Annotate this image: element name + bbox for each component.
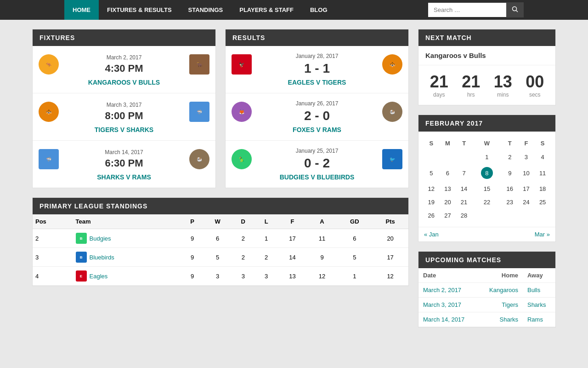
calendar-next[interactable]: Mar »: [535, 231, 550, 238]
standings-l: 1: [255, 229, 277, 248]
calendar-day[interactable]: 12: [423, 182, 440, 196]
calendar-day[interactable]: 6: [440, 164, 456, 182]
results-header: RESULTS: [226, 29, 408, 46]
fixture-teams: 🐯 March 3, 2017 8:00 PM 🦈: [37, 100, 211, 123]
upcoming-date-link[interactable]: March 2, 2017: [423, 287, 461, 293]
calendar-day[interactable]: 15: [472, 182, 502, 196]
nav-blog[interactable]: BLOG: [302, 0, 336, 20]
calendar-day[interactable]: 8: [472, 164, 502, 182]
countdown: 21 days 21 hrs 13 mins 00 secs: [418, 65, 555, 105]
fixture-teams: 🦘 March 2, 2017 4:30 PM 🐂: [37, 53, 211, 76]
upcoming-date-link[interactable]: March 14, 2017: [423, 316, 464, 323]
calendar-day[interactable]: 17: [518, 182, 535, 196]
calendar-day[interactable]: 9: [502, 164, 518, 182]
standings-table: Pos Team P W D L F A GD Pts 2: [33, 214, 408, 286]
team-link[interactable]: Budgies: [90, 235, 111, 242]
upcoming-away: Sharks: [523, 298, 555, 312]
standings-pts: 17: [372, 248, 408, 267]
upcoming-away-link[interactable]: Bulls: [527, 287, 540, 293]
nav-home[interactable]: HOME: [64, 0, 99, 20]
fixture-name[interactable]: SHARKS V RAMS: [97, 173, 151, 181]
calendar-day: [440, 150, 456, 164]
standings-team: B Budgies: [73, 229, 181, 248]
standings-f: 13: [277, 267, 307, 286]
result-name[interactable]: BUDGIES V BLUEBIRDS: [280, 173, 355, 181]
upcoming-home-link[interactable]: Tigers: [502, 301, 518, 308]
upcoming-home: Sharks: [478, 312, 523, 327]
calendar-day[interactable]: 26: [423, 209, 440, 222]
upcoming-home-link[interactable]: Kangaroos: [489, 287, 518, 293]
calendar-day[interactable]: 10: [518, 164, 535, 182]
search-button[interactable]: [506, 2, 524, 17]
upcoming-col-home: Home: [478, 268, 523, 283]
upcoming-home-link[interactable]: Sharks: [500, 316, 518, 323]
calendar-day: [502, 209, 518, 222]
svg-point-0: [513, 7, 517, 11]
upcoming-away-link[interactable]: Sharks: [527, 301, 546, 308]
calendar-day[interactable]: 1: [472, 150, 502, 164]
search-input[interactable]: [428, 3, 506, 17]
upcoming-date: March 14, 2017: [418, 312, 478, 327]
calendar-week: 567891011: [423, 164, 551, 182]
calendar-day[interactable]: 27: [440, 209, 456, 222]
calendar-day[interactable]: 16: [502, 182, 518, 196]
standings-w: 5: [204, 248, 231, 267]
countdown-days-label: days: [430, 92, 448, 98]
calendar-day[interactable]: 28: [456, 209, 472, 222]
calendar-day: [423, 150, 440, 164]
calendar-day[interactable]: 20: [440, 196, 456, 209]
calendar-day[interactable]: 23: [502, 196, 518, 209]
home-logo: 🦈: [37, 148, 60, 171]
calendar-day[interactable]: 18: [534, 182, 551, 196]
fixture-name[interactable]: TIGERS V SHARKS: [95, 126, 153, 133]
calendar-day[interactable]: 13: [440, 182, 456, 196]
nav-players[interactable]: PLAYERS & STAFF: [231, 0, 302, 20]
result-score: 0 - 2: [258, 156, 376, 171]
calendar-day[interactable]: 2: [502, 150, 518, 164]
calendar-day[interactable]: 25: [534, 196, 551, 209]
main-nav: HOME FIXTURES & RESULTS STANDINGS PLAYER…: [0, 0, 588, 20]
upcoming-away-link[interactable]: Rams: [527, 316, 543, 323]
calendar-day[interactable]: 19: [423, 196, 440, 209]
col-gd: GD: [337, 214, 372, 229]
standings-d: 3: [231, 267, 255, 286]
team-mini-logo: E: [76, 270, 87, 282]
standings-gd: 1: [337, 267, 372, 286]
away-logo: 🐦: [381, 148, 404, 171]
calendar-day[interactable]: 7: [456, 164, 472, 182]
team-link[interactable]: Bluebirds: [90, 254, 114, 261]
calendar-day[interactable]: 14: [456, 182, 472, 196]
calendar-week: 12131415161718: [423, 182, 551, 196]
countdown-hrs-label: hrs: [462, 92, 480, 98]
nav-standings[interactable]: STANDINGS: [180, 0, 232, 20]
calendar-day[interactable]: 5: [423, 164, 440, 182]
calendar-day[interactable]: 3: [518, 150, 535, 164]
search-form: [428, 2, 524, 17]
calendar-day[interactable]: 11: [534, 164, 551, 182]
result-score: 1 - 1: [258, 61, 376, 76]
standings-a: 11: [307, 229, 337, 248]
team-mini-logo: B: [76, 252, 87, 263]
upcoming-home: Kangaroos: [478, 283, 523, 298]
sharks-logo2: 🦈: [39, 149, 59, 169]
result-item: 🦅 January 28, 2017 1 - 1 🐯 EAGLES V TIGE…: [226, 46, 408, 93]
calendar-days-row: S M T W T F S: [423, 136, 551, 150]
home-logo: 🦘: [37, 53, 60, 76]
team-link[interactable]: Eagles: [90, 273, 108, 280]
away-logo: 🐯: [381, 53, 404, 76]
calendar-day[interactable]: 21: [456, 196, 472, 209]
calendar-prev[interactable]: « Jan: [424, 231, 439, 238]
fixture-name[interactable]: KANGAROOS V BULLS: [88, 79, 160, 86]
home-logo: 🦅: [230, 53, 253, 76]
upcoming-home: Tigers: [478, 298, 523, 312]
calendar-day[interactable]: 22: [472, 196, 502, 209]
nav-fixtures[interactable]: FIXTURES & RESULTS: [99, 0, 180, 20]
result-name[interactable]: EAGLES V TIGERS: [288, 79, 346, 86]
countdown-mins: 13 mins: [494, 72, 512, 98]
upcoming-date-link[interactable]: March 3, 2017: [423, 301, 461, 308]
standings-row: 4 E Eagles 9 3 3 3 13 12 1 12: [33, 267, 408, 286]
calendar-day[interactable]: 4: [534, 150, 551, 164]
away-logo: 🦈: [188, 100, 211, 123]
result-name[interactable]: FOXES V RAMS: [293, 126, 341, 133]
calendar-day[interactable]: 24: [518, 196, 535, 209]
